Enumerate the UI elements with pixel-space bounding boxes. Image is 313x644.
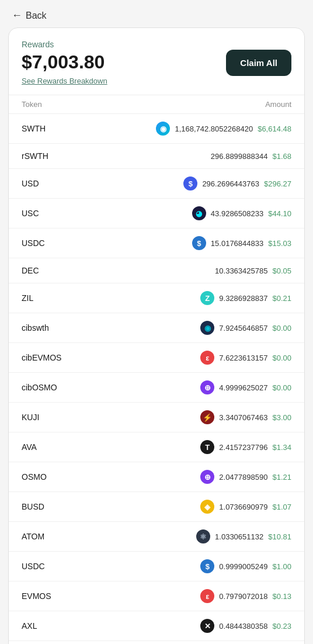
token-right: ✕0.4844380358$0.23: [200, 619, 291, 633]
token-usd-value: $0.21: [272, 294, 291, 303]
token-name: DEC: [22, 266, 68, 275]
token-amount: 1.0330651132: [215, 532, 263, 541]
token-usd-value: $10.81: [268, 532, 291, 541]
token-amount: 1.0736690979: [219, 503, 267, 511]
table-row: USD$296.2696443763$296.27: [9, 169, 304, 199]
token-amount: 3.3407067463: [219, 413, 267, 422]
token-name: ATOM: [22, 532, 68, 541]
rewards-breakdown-link[interactable]: See Rewards Breakdown: [22, 77, 107, 85]
token-usd-value: $0.00: [272, 324, 291, 333]
token-icon: ◉: [200, 321, 214, 335]
token-icon: Z: [200, 291, 214, 305]
table-row: rSWTH296.8899888344$1.68: [9, 144, 304, 169]
token-amount: 0.4844380358: [219, 622, 267, 631]
back-bar: ← Back: [0, 0, 313, 27]
token-name: OSMO: [22, 472, 68, 482]
token-amount: 4.9999625027: [219, 383, 267, 392]
token-amount: 296.8899888344: [211, 152, 268, 161]
token-icon: ⊕: [200, 380, 214, 394]
token-amount: 2.0477898590: [219, 473, 267, 482]
token-right: T2.4157237796$1.34: [200, 440, 291, 454]
main-card: Rewards $7,003.80 See Rewards Breakdown …: [8, 27, 305, 644]
token-usd-value: $6,614.48: [258, 124, 291, 133]
token-usd-value: $0.00: [272, 354, 291, 362]
rewards-title: Rewards: [22, 40, 107, 49]
claim-all-button[interactable]: Claim All: [226, 50, 291, 76]
table-row: DEC10.3363425785$0.05: [9, 258, 304, 283]
token-right: ◉1,168,742.8052268420$6,614.48: [156, 122, 291, 136]
table-row: ZILZ9.3286928837$0.21: [9, 283, 304, 313]
token-usd-value: $44.10: [268, 209, 291, 218]
token-right: $15.0176844833$15.03: [192, 236, 291, 250]
token-amount: 10.3363425785: [215, 266, 267, 275]
back-button[interactable]: Back: [26, 11, 47, 21]
token-name: cibOSMO: [22, 383, 68, 392]
token-amount: 7.6223613157: [219, 354, 267, 362]
token-name: USC: [22, 209, 68, 218]
token-amount: 43.9286508233: [211, 209, 263, 218]
back-arrow-icon: ←: [12, 9, 22, 22]
token-amount: 296.2696443763: [202, 179, 259, 188]
token-amount: 15.0176844833: [211, 239, 263, 248]
token-icon: ◉: [156, 122, 170, 136]
col-amount-label: Amount: [265, 100, 291, 109]
token-list: SWTH◉1,168,742.8052268420$6,614.48rSWTH2…: [9, 114, 304, 644]
rewards-amount: $7,003.80: [22, 51, 107, 73]
table-row: AVAT2.4157237796$1.34: [9, 432, 304, 462]
token-amount: 0.7979072018: [219, 592, 267, 601]
table-row: USC◕43.9286508233$44.10: [9, 199, 304, 228]
table-row: ZWAP◈0.4600935007$0.59: [9, 641, 304, 644]
token-icon: ◈: [200, 500, 214, 514]
token-name: KUJI: [22, 413, 68, 422]
token-right: ⊕2.0477898590$1.21: [200, 470, 291, 484]
token-usd-value: $1.21: [272, 473, 291, 482]
token-usd-value: $0.05: [272, 266, 291, 275]
token-icon: $: [200, 559, 214, 573]
token-name: BUSD: [22, 502, 68, 511]
token-icon: ε: [200, 351, 214, 365]
token-amount: 1,168,742.8052268420: [175, 124, 253, 133]
token-icon: ◕: [192, 206, 206, 220]
token-usd-value: $296.27: [264, 179, 291, 188]
table-row: ATOM⚛1.0330651132$10.81: [9, 522, 304, 552]
token-amount: 0.9999005249: [219, 562, 267, 571]
table-row: KUJI⚡3.3407067463$3.00: [9, 403, 304, 432]
token-icon: $: [192, 236, 206, 250]
token-icon: ε: [200, 589, 214, 603]
token-usd-value: $3.00: [272, 413, 291, 422]
token-right: ε0.7979072018$0.13: [200, 589, 291, 603]
token-name: cibswth: [22, 323, 68, 333]
token-right: ⚛1.0330651132$10.81: [196, 529, 291, 543]
table-header: Token Amount: [9, 95, 304, 114]
token-amount: 2.4157237796: [219, 443, 267, 452]
token-icon: T: [200, 440, 214, 454]
table-row: BUSD◈1.0736690979$1.07: [9, 492, 304, 522]
token-name: AXL: [22, 621, 68, 631]
token-usd-value: $1.34: [272, 443, 291, 452]
table-row: cibEVMOSε7.6223613157$0.00: [9, 343, 304, 373]
token-amount: 9.3286928837: [219, 294, 267, 303]
token-right: ◉7.9245646857$0.00: [200, 321, 291, 335]
token-name: EVMOS: [22, 591, 68, 601]
token-usd-value: $1.07: [272, 503, 291, 511]
token-right: 10.3363425785$0.05: [215, 266, 291, 275]
phone-container: ← Back Rewards $7,003.80 See Rewards Bre…: [0, 0, 313, 644]
table-row: cibswth◉7.9245646857$0.00: [9, 313, 304, 343]
token-name: USDC: [22, 238, 68, 248]
table-row: cibOSMO⊕4.9999625027$0.00: [9, 373, 304, 403]
table-row: AXL✕0.4844380358$0.23: [9, 611, 304, 641]
token-right: $296.2696443763$296.27: [183, 176, 291, 191]
token-usd-value: $0.23: [272, 622, 291, 631]
token-icon: ✕: [200, 619, 214, 633]
token-usd-value: $1.00: [272, 562, 291, 571]
token-name: cibEVMOS: [22, 353, 68, 362]
token-usd-value: $15.03: [268, 239, 291, 248]
table-row: OSMO⊕2.0477898590$1.21: [9, 462, 304, 492]
card-header: Rewards $7,003.80 See Rewards Breakdown …: [9, 28, 304, 95]
rewards-info: Rewards $7,003.80 See Rewards Breakdown: [22, 40, 107, 85]
token-right: ⊕4.9999625027$0.00: [200, 380, 291, 394]
token-name: AVA: [22, 442, 68, 452]
token-right: ⚡3.3407067463$3.00: [200, 410, 291, 424]
token-name: ZIL: [22, 293, 68, 303]
table-row: SWTH◉1,168,742.8052268420$6,614.48: [9, 114, 304, 144]
